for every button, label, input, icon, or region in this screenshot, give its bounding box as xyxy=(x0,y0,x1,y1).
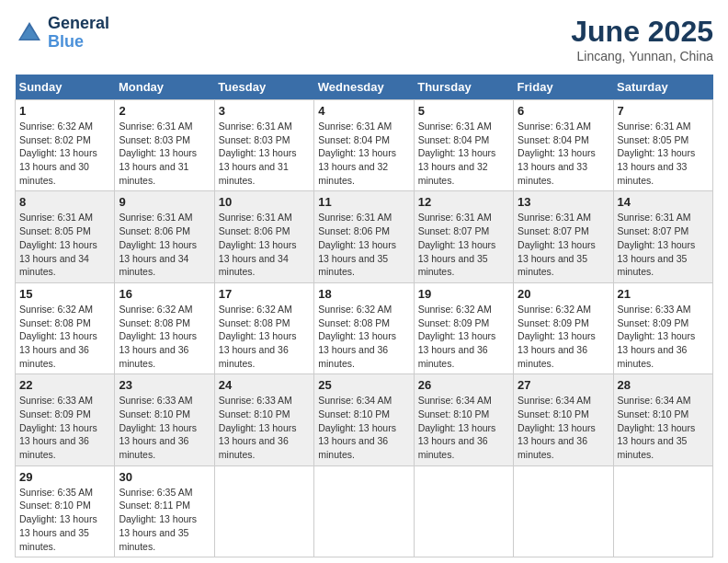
empty-cell xyxy=(613,465,712,557)
calendar-week-1: 1Sunrise: 6:32 AMSunset: 8:02 PMDaylight… xyxy=(16,100,713,191)
day-number: 27 xyxy=(518,378,609,392)
day-number: 5 xyxy=(418,104,509,118)
day-cell-5: 5Sunrise: 6:31 AMSunset: 8:04 PMDaylight… xyxy=(414,100,513,191)
day-info: Sunrise: 6:31 AMSunset: 8:05 PMDaylight:… xyxy=(19,211,110,278)
day-info: Sunrise: 6:33 AMSunset: 8:10 PMDaylight:… xyxy=(219,394,310,461)
day-number: 1 xyxy=(19,104,110,118)
day-cell-28: 28Sunrise: 6:34 AMSunset: 8:10 PMDayligh… xyxy=(613,374,712,465)
calendar-week-2: 8Sunrise: 6:31 AMSunset: 8:05 PMDaylight… xyxy=(16,191,713,282)
day-cell-16: 16Sunrise: 6:32 AMSunset: 8:08 PMDayligh… xyxy=(115,282,214,373)
day-number: 30 xyxy=(119,470,210,484)
day-info: Sunrise: 6:31 AMSunset: 8:06 PMDaylight:… xyxy=(119,211,210,278)
day-number: 23 xyxy=(119,378,210,392)
weekday-header-friday: Friday xyxy=(514,75,613,100)
day-info: Sunrise: 6:31 AMSunset: 8:06 PMDaylight:… xyxy=(219,211,310,278)
day-info: Sunrise: 6:31 AMSunset: 8:07 PMDaylight:… xyxy=(418,211,509,278)
day-cell-9: 9Sunrise: 6:31 AMSunset: 8:06 PMDaylight… xyxy=(115,191,214,282)
day-cell-29: 29Sunrise: 6:35 AMSunset: 8:10 PMDayligh… xyxy=(16,465,115,557)
day-info: Sunrise: 6:34 AMSunset: 8:10 PMDaylight:… xyxy=(418,394,509,461)
day-info: Sunrise: 6:31 AMSunset: 8:07 PMDaylight:… xyxy=(618,211,709,278)
day-cell-6: 6Sunrise: 6:31 AMSunset: 8:04 PMDaylight… xyxy=(514,100,613,191)
day-number: 19 xyxy=(418,287,509,301)
day-number: 9 xyxy=(119,195,210,209)
day-number: 26 xyxy=(418,378,509,392)
day-number: 15 xyxy=(19,287,110,301)
day-cell-25: 25Sunrise: 6:34 AMSunset: 8:10 PMDayligh… xyxy=(314,374,414,465)
day-info: Sunrise: 6:32 AMSunset: 8:09 PMDaylight:… xyxy=(418,303,509,370)
day-info: Sunrise: 6:32 AMSunset: 8:08 PMDaylight:… xyxy=(19,303,110,370)
day-cell-26: 26Sunrise: 6:34 AMSunset: 8:10 PMDayligh… xyxy=(414,374,513,465)
day-number: 18 xyxy=(318,287,409,301)
day-info: Sunrise: 6:32 AMSunset: 8:02 PMDaylight:… xyxy=(19,120,110,187)
day-cell-15: 15Sunrise: 6:32 AMSunset: 8:08 PMDayligh… xyxy=(16,282,115,373)
day-number: 29 xyxy=(19,470,110,484)
day-info: Sunrise: 6:33 AMSunset: 8:09 PMDaylight:… xyxy=(19,394,110,461)
day-number: 8 xyxy=(19,195,110,209)
calendar-week-3: 15Sunrise: 6:32 AMSunset: 8:08 PMDayligh… xyxy=(16,282,713,373)
weekday-header-wednesday: Wednesday xyxy=(314,75,414,100)
day-cell-2: 2Sunrise: 6:31 AMSunset: 8:03 PMDaylight… xyxy=(115,100,214,191)
day-number: 3 xyxy=(219,104,310,118)
calendar-week-5: 29Sunrise: 6:35 AMSunset: 8:10 PMDayligh… xyxy=(16,465,713,557)
day-number: 4 xyxy=(318,104,409,118)
day-info: Sunrise: 6:32 AMSunset: 8:08 PMDaylight:… xyxy=(119,303,210,370)
day-cell-7: 7Sunrise: 6:31 AMSunset: 8:05 PMDaylight… xyxy=(613,100,712,191)
location: Lincang, Yunnan, China xyxy=(571,49,713,63)
day-number: 16 xyxy=(119,287,210,301)
day-info: Sunrise: 6:31 AMSunset: 8:04 PMDaylight:… xyxy=(518,120,609,187)
day-number: 20 xyxy=(518,287,609,301)
logo-icon xyxy=(15,18,44,48)
day-info: Sunrise: 6:32 AMSunset: 8:08 PMDaylight:… xyxy=(219,303,310,370)
day-number: 28 xyxy=(618,378,709,392)
logo-text: General Blue xyxy=(48,15,109,52)
day-info: Sunrise: 6:32 AMSunset: 8:08 PMDaylight:… xyxy=(318,303,409,370)
empty-cell xyxy=(314,465,414,557)
day-cell-11: 11Sunrise: 6:31 AMSunset: 8:06 PMDayligh… xyxy=(314,191,414,282)
day-cell-13: 13Sunrise: 6:31 AMSunset: 8:07 PMDayligh… xyxy=(514,191,613,282)
day-info: Sunrise: 6:32 AMSunset: 8:09 PMDaylight:… xyxy=(518,303,609,370)
calendar-week-4: 22Sunrise: 6:33 AMSunset: 8:09 PMDayligh… xyxy=(16,374,713,465)
day-cell-4: 4Sunrise: 6:31 AMSunset: 8:04 PMDaylight… xyxy=(314,100,414,191)
day-cell-30: 30Sunrise: 6:35 AMSunset: 8:11 PMDayligh… xyxy=(115,465,214,557)
day-cell-20: 20Sunrise: 6:32 AMSunset: 8:09 PMDayligh… xyxy=(514,282,613,373)
day-number: 12 xyxy=(418,195,509,209)
day-info: Sunrise: 6:33 AMSunset: 8:10 PMDaylight:… xyxy=(119,394,210,461)
day-cell-8: 8Sunrise: 6:31 AMSunset: 8:05 PMDaylight… xyxy=(16,191,115,282)
day-info: Sunrise: 6:31 AMSunset: 8:03 PMDaylight:… xyxy=(119,120,210,187)
day-cell-23: 23Sunrise: 6:33 AMSunset: 8:10 PMDayligh… xyxy=(115,374,214,465)
day-info: Sunrise: 6:31 AMSunset: 8:04 PMDaylight:… xyxy=(318,120,409,187)
calendar-table: SundayMondayTuesdayWednesdayThursdayFrid… xyxy=(15,75,713,557)
day-cell-3: 3Sunrise: 6:31 AMSunset: 8:03 PMDaylight… xyxy=(214,100,313,191)
day-info: Sunrise: 6:31 AMSunset: 8:05 PMDaylight:… xyxy=(618,120,709,187)
day-info: Sunrise: 6:31 AMSunset: 8:04 PMDaylight:… xyxy=(418,120,509,187)
day-info: Sunrise: 6:35 AMSunset: 8:11 PMDaylight:… xyxy=(119,486,210,553)
month-title: June 2025 xyxy=(571,15,713,49)
day-number: 17 xyxy=(219,287,310,301)
day-info: Sunrise: 6:31 AMSunset: 8:03 PMDaylight:… xyxy=(219,120,310,187)
day-cell-22: 22Sunrise: 6:33 AMSunset: 8:09 PMDayligh… xyxy=(16,374,115,465)
day-cell-10: 10Sunrise: 6:31 AMSunset: 8:06 PMDayligh… xyxy=(214,191,313,282)
day-cell-17: 17Sunrise: 6:32 AMSunset: 8:08 PMDayligh… xyxy=(214,282,313,373)
day-cell-21: 21Sunrise: 6:33 AMSunset: 8:09 PMDayligh… xyxy=(613,282,712,373)
weekday-header-sunday: Sunday xyxy=(16,75,115,100)
day-number: 6 xyxy=(518,104,609,118)
day-info: Sunrise: 6:31 AMSunset: 8:06 PMDaylight:… xyxy=(318,211,409,278)
day-number: 2 xyxy=(119,104,210,118)
day-info: Sunrise: 6:34 AMSunset: 8:10 PMDaylight:… xyxy=(318,394,409,461)
empty-cell xyxy=(514,465,613,557)
day-cell-14: 14Sunrise: 6:31 AMSunset: 8:07 PMDayligh… xyxy=(613,191,712,282)
day-number: 25 xyxy=(318,378,409,392)
weekday-header-thursday: Thursday xyxy=(414,75,513,100)
empty-cell xyxy=(214,465,313,557)
day-info: Sunrise: 6:34 AMSunset: 8:10 PMDaylight:… xyxy=(518,394,609,461)
logo: General Blue xyxy=(15,15,109,52)
day-number: 10 xyxy=(219,195,310,209)
day-number: 22 xyxy=(19,378,110,392)
day-number: 24 xyxy=(219,378,310,392)
day-number: 13 xyxy=(518,195,609,209)
day-cell-19: 19Sunrise: 6:32 AMSunset: 8:09 PMDayligh… xyxy=(414,282,513,373)
day-cell-24: 24Sunrise: 6:33 AMSunset: 8:10 PMDayligh… xyxy=(214,374,313,465)
day-info: Sunrise: 6:31 AMSunset: 8:07 PMDaylight:… xyxy=(518,211,609,278)
weekday-header-saturday: Saturday xyxy=(613,75,712,100)
day-number: 14 xyxy=(618,195,709,209)
